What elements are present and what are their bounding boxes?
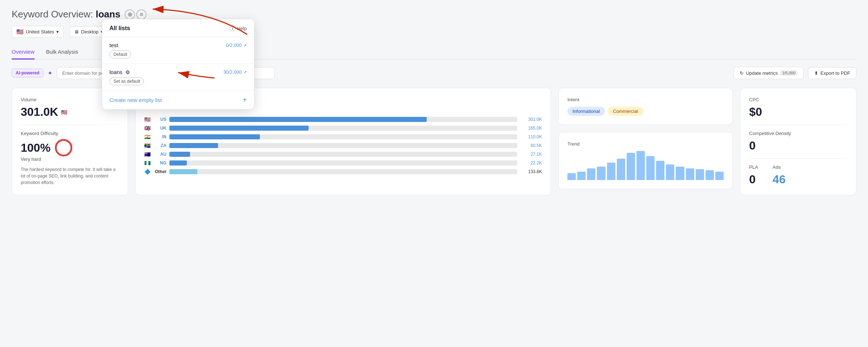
list-item-test-top: test 0/2,000 ↗	[109, 42, 247, 48]
volume-flag: 🇺🇸	[61, 109, 67, 115]
list-item-loans-top: loans ⚙ 30/2,000 ↗	[109, 69, 247, 75]
country-row: 🇦🇺 AU 27.1K	[144, 151, 542, 157]
trend-bar	[587, 168, 595, 180]
trend-bar	[706, 170, 714, 180]
cpc-card: CPC $0 Competitive Density 0 PLA 0 Ads 4…	[740, 88, 856, 195]
country-flag-icon: 🇿🇦	[144, 143, 150, 148]
country-rows: 🇺🇸 US 301.0K 🇬🇧 UK 165.0K 🇮🇳 IN 110.0K 🇿…	[144, 117, 542, 175]
bar-fill	[169, 117, 427, 122]
bar-background	[169, 160, 517, 166]
country-code: AU	[153, 152, 166, 157]
refresh-icon: ↻	[740, 70, 744, 76]
intent-card: Intent Informational Commercial	[558, 88, 733, 125]
pla-section: PLA 0	[749, 164, 758, 186]
difficulty-level: Very hard	[21, 156, 119, 162]
badge-default: Default	[109, 50, 131, 58]
help-link[interactable]: i Help	[230, 25, 247, 31]
country-filter[interactable]: 🇺🇸 United States ▾	[12, 26, 64, 38]
cpc-section: CPC $0	[749, 97, 847, 119]
comp-density-value: 0	[749, 139, 847, 152]
country-code: ZA	[153, 143, 166, 148]
cpc-value: $0	[749, 105, 847, 119]
country-flag-icon: 🇬🇧	[144, 125, 150, 131]
device-icon: 🖥	[74, 29, 79, 34]
difficulty-value: 100%	[21, 141, 51, 155]
page-wrapper: Keyword Overview: loans ⊕ ≡ 🇺🇸 United St…	[0, 0, 868, 347]
sparkle-icon: ✦	[48, 70, 52, 77]
country-flag-icon: 🔷	[144, 169, 150, 175]
help-label: Help	[237, 26, 247, 31]
pla-value: 0	[749, 173, 758, 186]
intent-tags: Informational Commercial	[567, 107, 724, 116]
country-value: 133.8K	[520, 169, 542, 174]
bar-background	[169, 134, 517, 139]
country-value: 60.5K	[520, 143, 542, 148]
trend-bar	[597, 167, 605, 180]
update-metrics-button[interactable]: ↻ Update metrics 1/5,000	[734, 67, 804, 79]
country-row: 🇺🇸 US 301.0K	[144, 117, 542, 122]
country-flag: 🇺🇸	[16, 28, 24, 35]
export-pdf-button[interactable]: ⬆ Export to PDF	[808, 67, 856, 79]
add-to-list-icon[interactable]: ⊕	[125, 9, 135, 20]
trend-bar	[567, 173, 576, 180]
all-lists-dropdown: All lists i Help test 0/2,000 ↗ Default …	[102, 19, 254, 110]
comp-density-section: Competitive Density 0	[749, 131, 847, 152]
tab-bulk-analysis[interactable]: Bulk Analysis	[46, 45, 78, 60]
difficulty-card-label: Keyword Difficulty	[21, 131, 119, 136]
title-icons: ⊕ ≡	[125, 9, 146, 20]
country-value: 110.0K	[520, 134, 542, 139]
ads-label: Ads	[773, 164, 786, 170]
export-label: Export to PDF	[820, 70, 850, 76]
country-flag-icon: 🇺🇸	[144, 117, 150, 122]
export-icon: ⬆	[814, 70, 818, 76]
keyword-text: loans	[96, 9, 120, 20]
bar-fill	[169, 160, 187, 166]
list-name-loans: loans ⚙	[109, 69, 130, 75]
external-icon-test: ↗	[243, 43, 247, 48]
trend-bar	[636, 151, 645, 180]
country-row: 🔷 Other 133.8K	[144, 169, 542, 175]
trend-bar	[617, 159, 625, 180]
header-row: Keyword Overview: loans ⊕ ≡	[12, 9, 856, 20]
list-item-test[interactable]: test 0/2,000 ↗ Default	[102, 37, 254, 64]
country-value: 22.2K	[520, 160, 542, 166]
dropdown-header: All lists i Help	[102, 19, 254, 37]
info-icon: i	[230, 25, 236, 31]
country-code: NG	[153, 160, 166, 166]
trend-bar	[666, 164, 674, 180]
ai-powered-badge: AI-powered	[12, 69, 43, 77]
trend-chart	[567, 151, 724, 180]
device-label: Desktop	[81, 29, 99, 34]
country-code: US	[153, 117, 166, 122]
list-name-test: test	[109, 42, 118, 48]
difficulty-row: 100%	[21, 139, 119, 156]
intent-label: Intent	[567, 97, 724, 102]
dropdown-title: All lists	[109, 25, 130, 32]
country-chevron: ▾	[56, 29, 59, 34]
difficulty-circle	[55, 139, 72, 156]
list-count-loans: 30/2,000 ↗	[223, 69, 247, 75]
list-item-loans[interactable]: loans ⚙ 30/2,000 ↗ Set as default	[102, 64, 254, 91]
volume-value: 301.0K	[21, 105, 58, 119]
bar-background	[169, 169, 517, 174]
bar-background	[169, 117, 517, 122]
list-count-test: 0/2,000 ↗	[226, 42, 247, 48]
country-code: IN	[153, 134, 166, 139]
bar-background	[169, 152, 517, 157]
create-new-list-row[interactable]: Create new empty list +	[102, 91, 254, 109]
tab-overview[interactable]: Overview	[12, 45, 35, 60]
country-flag-icon: 🇳🇬	[144, 160, 150, 166]
cpc-label: CPC	[749, 97, 847, 102]
bar-fill	[169, 152, 190, 157]
bar-fill	[169, 134, 260, 139]
lists-icon[interactable]: ≡	[136, 9, 146, 20]
trend-bar	[656, 161, 664, 180]
country-label: United States	[26, 29, 54, 34]
update-count: 1/5,000	[780, 70, 798, 76]
set-as-default-button[interactable]: Set as default	[109, 77, 144, 85]
update-metrics-label: Update metrics	[746, 70, 777, 76]
country-code: Other	[153, 169, 166, 174]
bar-fill	[169, 126, 309, 131]
gear-icon[interactable]: ⚙	[125, 69, 130, 75]
trend-bar	[686, 168, 694, 180]
